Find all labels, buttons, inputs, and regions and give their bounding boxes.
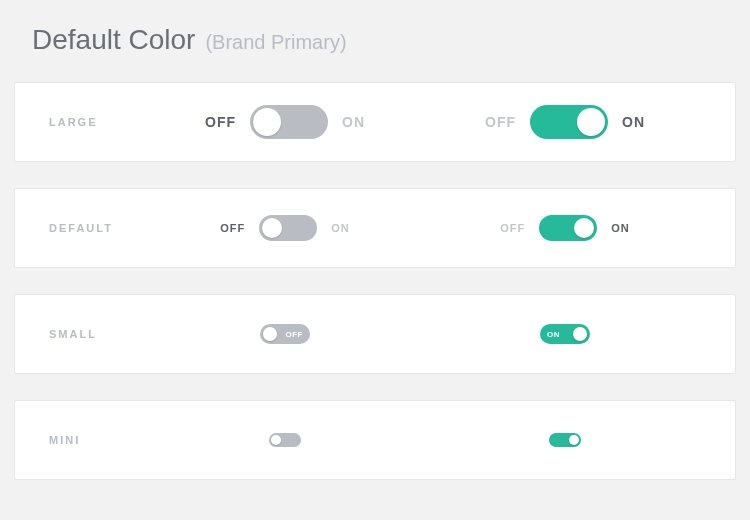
toggle-mini-off[interactable] (269, 433, 301, 447)
toggle-mini-on[interactable] (549, 433, 581, 447)
toggle-knob (271, 435, 281, 445)
size-label-default: DEFAULT (15, 222, 145, 234)
toggle-small-off[interactable]: OFF (260, 324, 310, 344)
size-label-mini: MINI (15, 434, 145, 446)
label-off: OFF (485, 114, 516, 130)
label-on: ON (331, 222, 350, 234)
toggle-default-off[interactable] (259, 215, 317, 241)
toggle-inner-label: OFF (286, 330, 304, 339)
row-large: LARGE OFF ON OFF ON (14, 82, 736, 162)
toggle-knob (573, 327, 587, 341)
toggle-large-on[interactable] (530, 105, 608, 139)
label-on: ON (342, 114, 365, 130)
label-on: ON (611, 222, 630, 234)
toggle-default-on[interactable] (539, 215, 597, 241)
toggle-small-on[interactable]: ON (540, 324, 590, 344)
size-label-small: SMALL (15, 328, 145, 340)
toggle-knob (262, 218, 282, 238)
row-small: SMALL OFF ON (14, 294, 736, 374)
page-subtitle: (Brand Primary) (205, 31, 346, 54)
label-off: OFF (220, 222, 245, 234)
page-title: Default Color (32, 24, 195, 56)
toggle-knob (253, 108, 281, 136)
label-off: OFF (205, 114, 236, 130)
toggle-knob (574, 218, 594, 238)
row-mini: MINI (14, 400, 736, 480)
label-off: OFF (500, 222, 525, 234)
toggle-knob (569, 435, 579, 445)
row-default: DEFAULT OFF ON OFF ON (14, 188, 736, 268)
size-label-large: LARGE (15, 116, 145, 128)
toggle-knob (263, 327, 277, 341)
label-on: ON (622, 114, 645, 130)
toggle-inner-label: ON (547, 330, 560, 339)
toggle-knob (577, 108, 605, 136)
toggle-large-off[interactable] (250, 105, 328, 139)
